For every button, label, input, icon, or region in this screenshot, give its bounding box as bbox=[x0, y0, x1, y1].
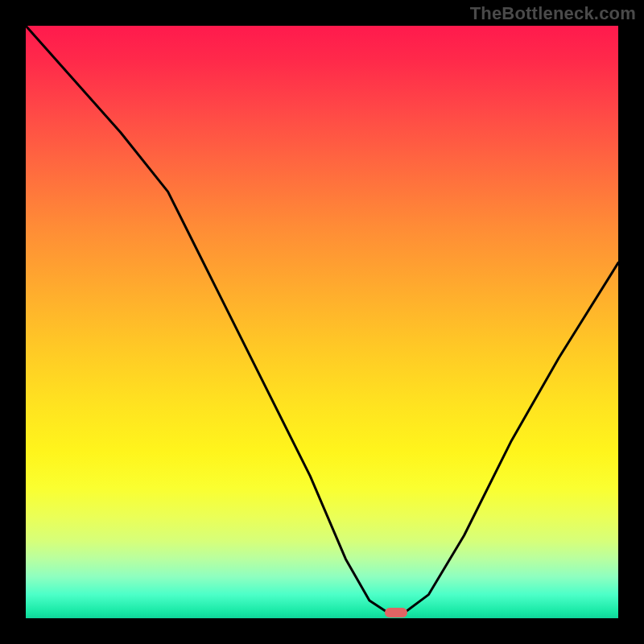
chart-frame: TheBottleneck.com bbox=[0, 0, 644, 644]
watermark-text: TheBottleneck.com bbox=[470, 3, 636, 24]
plot-area bbox=[26, 26, 618, 618]
bottleneck-curve bbox=[26, 26, 618, 618]
optimal-point-marker bbox=[385, 608, 407, 617]
